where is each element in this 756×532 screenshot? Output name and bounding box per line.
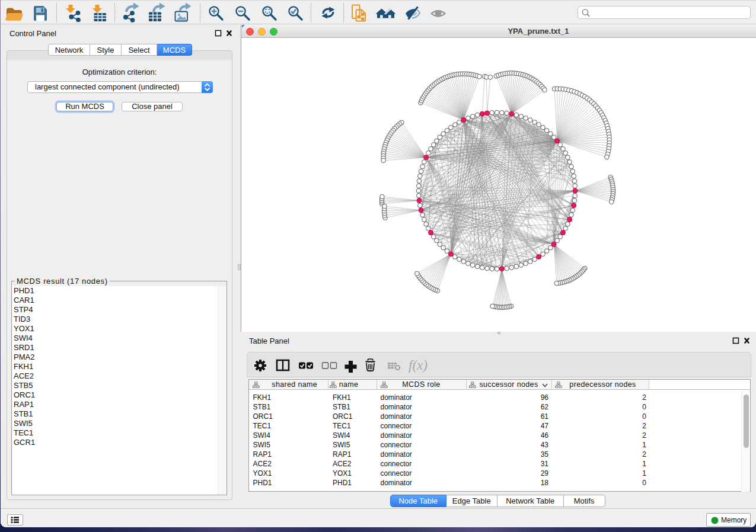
svg-text:f(x): f(x): [409, 358, 428, 373]
